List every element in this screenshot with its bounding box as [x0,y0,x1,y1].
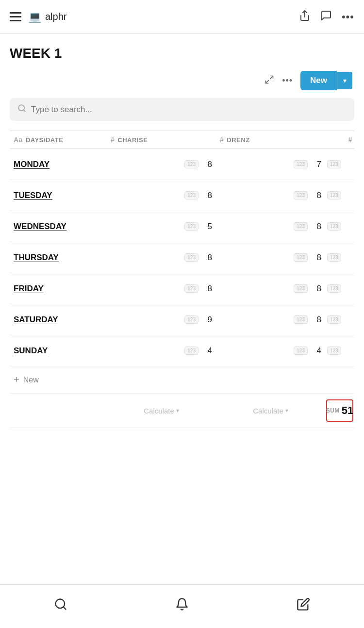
nav-left: 💻 alphr [10,11,66,23]
cell-value-drenz-6: 4 [312,346,321,356]
row-charise-3[interactable]: 123 8 [107,249,216,266]
row-day-2: WEDNESDAY [10,216,107,237]
footer-calc-charise[interactable]: Calculate ▾ [107,403,216,419]
cell-badge-drenz-0: 123 [294,160,308,168]
sum-value: 51 [342,404,353,417]
cell-badge-drenz-4: 123 [294,284,308,293]
toolbar-more-icon[interactable]: ••• [282,76,293,86]
row-extra-2[interactable]: 123 [325,218,354,234]
new-button-group: New ▾ [300,71,352,90]
row-extra-6[interactable]: 123 [325,343,354,359]
row-charise-6[interactable]: 123 4 [107,342,216,360]
cell-value-charise-2: 5 [202,222,212,231]
add-new-label: New [23,376,39,384]
cell-value-charise-3: 8 [202,253,212,263]
svg-line-6 [63,607,66,609]
row-day-1: TUESDAY [10,185,107,206]
row-drenz-6[interactable]: 123 4 [216,342,325,360]
bottom-nav [0,584,364,628]
search-bar [10,98,354,121]
more-dots-icon[interactable]: ••• [342,11,354,23]
row-extra-0[interactable]: 123 [325,156,354,172]
laptop-icon: 💻 [28,11,41,23]
cell-badge-extra-6: 123 [327,347,341,355]
cell-value-charise-1: 8 [202,191,212,200]
new-button-dropdown[interactable]: ▾ [337,72,352,89]
toolbar: ••• New ▾ [10,71,354,90]
cell-badge-extra-5: 123 [327,315,341,324]
bell-nav-icon[interactable] [167,590,197,619]
calculate-chevron-icon: ▾ [176,407,179,414]
table-row: TUESDAY 123 8 123 8 123 [10,180,354,211]
hamburger-icon[interactable] [10,12,21,21]
col-header-drenz: # DRENZ [216,136,325,144]
footer-calc-drenz[interactable]: Calculate ▾ [216,403,325,419]
table-wrapper: Aa DAYS/DATE # CHARISE # DRENZ # MONDAY … [10,131,354,428]
search-input[interactable] [31,105,347,115]
row-day-0: MONDAY [10,154,107,175]
col-drenz-label: DRENZ [227,136,249,144]
cell-badge-drenz-2: 123 [294,222,308,231]
cell-value-charise-4: 8 [202,284,212,294]
cell-value-drenz-4: 8 [312,284,321,294]
row-charise-4[interactable]: 123 8 [107,280,216,297]
table-row: WEDNESDAY 123 5 123 8 123 [10,211,354,242]
cell-badge-charise-5: 123 [184,315,199,324]
row-extra-5[interactable]: 123 [325,312,354,328]
row-charise-5[interactable]: 123 9 [107,311,216,329]
chat-icon[interactable] [320,10,332,24]
share-icon[interactable] [299,10,311,24]
page-title: WEEK 1 [10,46,354,61]
table-row: SATURDAY 123 9 123 8 123 [10,304,354,335]
table-row: SUNDAY 123 4 123 4 123 [10,335,354,366]
cell-badge-charise-0: 123 [184,160,199,168]
row-extra-1[interactable]: 123 [325,187,354,203]
add-icon: + [14,374,19,385]
main-content: WEEK 1 ••• New ▾ [0,34,364,486]
new-button[interactable]: New [300,71,337,90]
brand-name: alphr [45,11,66,22]
col-header-charise: # CHARISE [107,136,216,144]
table-body: MONDAY 123 8 123 7 123 TUESDAY 123 8 123… [10,149,354,366]
row-drenz-1[interactable]: 123 8 [216,187,325,204]
cell-badge-extra-3: 123 [327,253,341,262]
cell-badge-extra-2: 123 [327,222,341,231]
row-drenz-0[interactable]: 123 7 [216,156,325,173]
row-drenz-4[interactable]: 123 8 [216,280,325,297]
svg-line-2 [266,80,269,83]
footer-sum-cell: SUM 51 [326,399,353,422]
row-extra-4[interactable]: 123 [325,281,354,297]
table-header: Aa DAYS/DATE # CHARISE # DRENZ # [10,131,354,149]
row-charise-0[interactable]: 123 8 [107,156,216,173]
cell-badge-charise-4: 123 [184,284,199,293]
cell-badge-charise-3: 123 [184,253,199,262]
edit-nav-icon[interactable] [289,590,318,619]
cell-badge-extra-0: 123 [327,160,341,168]
cell-value-charise-0: 8 [202,160,212,169]
hash-icon-charise: # [111,136,115,144]
table-row: MONDAY 123 8 123 7 123 [10,149,354,180]
row-drenz-5[interactable]: 123 8 [216,311,325,329]
row-charise-2[interactable]: 123 5 [107,218,216,235]
search-icon [17,104,26,115]
svg-line-4 [23,110,25,111]
row-drenz-2[interactable]: 123 8 [216,218,325,235]
row-extra-3[interactable]: 123 [325,249,354,265]
calculate-chevron-icon-2: ▾ [285,407,288,414]
expand-icon[interactable] [265,75,274,87]
row-drenz-3[interactable]: 123 8 [216,249,325,266]
cell-badge-extra-4: 123 [327,284,341,293]
table-row: FRIDAY 123 8 123 8 123 [10,273,354,304]
cell-badge-drenz-5: 123 [294,315,308,324]
search-nav-icon[interactable] [46,590,75,619]
cell-value-drenz-3: 8 [312,253,321,263]
calculate-charise-label: Calculate [144,407,174,415]
brand-logo: 💻 alphr [28,11,66,23]
row-charise-1[interactable]: 123 8 [107,187,216,204]
calculate-drenz-label: Calculate [253,407,283,415]
table-row: THURSDAY 123 8 123 8 123 [10,242,354,273]
top-nav: 💻 alphr ••• [0,0,364,34]
chevron-down-icon: ▾ [343,77,347,84]
row-day-3: THURSDAY [10,247,107,268]
add-new-row[interactable]: + New [10,366,354,394]
